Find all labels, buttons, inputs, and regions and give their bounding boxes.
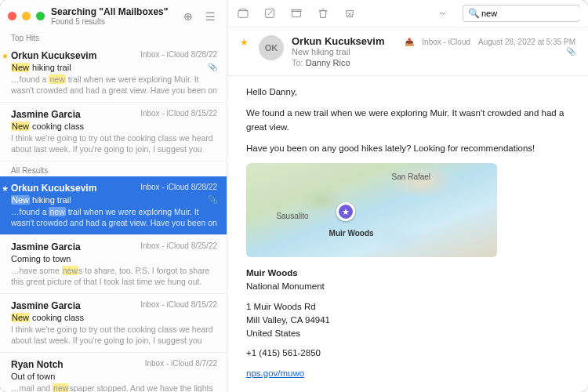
message-body: Hello Danny, We found a new trail when w… xyxy=(227,76,588,392)
more-actions-button[interactable] xyxy=(436,6,452,20)
section-all-results: All Results xyxy=(0,162,227,176)
row-subject: New hiking trail xyxy=(11,195,217,205)
row-subject: Coming to town xyxy=(11,254,217,263)
message-header: ★ OK Orkun Kucuksevim 📥 Inbox - iCloud A… xyxy=(227,27,588,76)
row-subject: New cooking class xyxy=(11,313,217,322)
message-row[interactable]: Jasmine GarciaInbox - iCloud 8/15/22New … xyxy=(0,294,227,353)
message-row[interactable]: Jasmine GarciaInbox - iCloud 8/15/22New … xyxy=(0,103,227,162)
new-filter-button[interactable]: ⊕ xyxy=(180,9,196,24)
message-row[interactable]: ★Orkun KucuksevimInbox - iCloud 8/28/22📎… xyxy=(0,44,227,103)
filter-button[interactable]: ☰ xyxy=(202,9,219,24)
inbox-icon: 📥 xyxy=(405,38,414,46)
body-paragraph: Hello Danny, xyxy=(246,85,569,99)
search-input[interactable] xyxy=(480,7,588,20)
row-sender: Jasmine Garcia xyxy=(11,300,81,311)
poi-address: 1 Muir Woods Rd Mill Valley, CA 94941 Un… xyxy=(246,300,569,341)
map-preview[interactable]: Sausalito San Rafael ★ Muir Woods xyxy=(246,163,497,257)
search-icon: 🔍 xyxy=(468,8,480,19)
message-folder: Inbox - iCloud xyxy=(422,38,470,46)
row-subject: New cooking class xyxy=(11,122,217,131)
row-preview: …have some news to share, too. P.S. I fo… xyxy=(11,265,217,287)
attachment-icon: 📎 xyxy=(208,195,217,204)
row-sender: Ryan Notch xyxy=(11,359,64,370)
row-subject: Out of town xyxy=(11,372,217,381)
row-preview: I think we're going to try out the cooki… xyxy=(11,324,217,346)
row-subject: New hiking trail xyxy=(11,63,217,72)
message-row[interactable]: Jasmine GarciaInbox - iCloud 8/25/22Comi… xyxy=(0,235,227,294)
window-title: Searching "All Mailboxes" xyxy=(51,6,174,17)
archive-button[interactable] xyxy=(235,6,251,20)
poi-phone: +1 (415) 561-2850 xyxy=(246,347,569,360)
titlebar: Searching "All Mailboxes" Found 5 result… xyxy=(0,0,227,29)
message-row[interactable]: Ryan NotchInbox - iCloud 8/7/22Out of to… xyxy=(0,353,227,392)
window-controls xyxy=(8,12,45,20)
row-preview: …found a new trail when we were explorin… xyxy=(11,74,217,96)
body-paragraph: Have you been on any good hikes lately? … xyxy=(246,142,569,155)
reader-toolbar: 🔍 ✕ xyxy=(227,0,588,27)
row-sender: Orkun Kucuksevim xyxy=(11,183,96,194)
junk-button[interactable] xyxy=(342,6,358,20)
svg-rect-0 xyxy=(238,11,248,18)
message-list-pane: Searching "All Mailboxes" Found 5 result… xyxy=(0,0,227,392)
compose-button[interactable] xyxy=(262,6,278,20)
message-recipients: To: Danny Rico xyxy=(292,58,575,67)
minimize-window-button[interactable] xyxy=(22,12,31,20)
message-date: August 28, 2022 at 5:35 PM xyxy=(478,38,575,46)
row-sender: Jasmine Garcia xyxy=(11,241,81,252)
row-meta: Inbox - iCloud 8/7/22 xyxy=(145,359,217,370)
map-city-label: Sausalito xyxy=(276,210,308,222)
body-paragraph: We found a new trail when we were explor… xyxy=(246,107,569,134)
avatar: OK xyxy=(259,35,284,60)
svg-rect-2 xyxy=(292,11,301,16)
row-preview: I think we're going to try out the cooki… xyxy=(11,132,217,154)
message-row[interactable]: ★Orkun KucuksevimInbox - iCloud 8/28/22📎… xyxy=(0,176,227,235)
row-meta: Inbox - iCloud 8/15/22 xyxy=(140,300,217,311)
poi-name: Muir Woods xyxy=(246,267,569,280)
row-meta: Inbox - iCloud 8/28/22 xyxy=(140,183,217,194)
section-top-hits: Top Hits xyxy=(0,29,227,44)
row-sender: Orkun Kucuksevim xyxy=(11,50,96,61)
attachment-icon: 📎 xyxy=(208,63,217,71)
zoom-window-button[interactable] xyxy=(36,12,45,20)
star-icon: ★ xyxy=(2,184,9,193)
flag-icon[interactable]: ★ xyxy=(240,35,251,67)
row-meta: Inbox - iCloud 8/28/22 xyxy=(140,50,217,61)
close-window-button[interactable] xyxy=(8,12,16,20)
message-sender: Orkun Kucuksevim xyxy=(292,35,385,47)
row-sender: Jasmine Garcia xyxy=(11,109,81,120)
svg-rect-3 xyxy=(292,9,301,11)
archive-box-button[interactable] xyxy=(289,6,304,20)
trash-button[interactable] xyxy=(315,6,331,20)
row-preview: …mail and newspaper stopped. And we have… xyxy=(11,383,217,392)
poi-subtitle: National Monument xyxy=(246,280,569,293)
row-meta: Inbox - iCloud 8/15/22 xyxy=(140,109,217,120)
poi-website-link[interactable]: nps.gov/muwo xyxy=(246,368,304,378)
map-pin-label: Muir Woods xyxy=(329,227,374,239)
window-title-block: Searching "All Mailboxes" Found 5 result… xyxy=(51,6,174,26)
search-field-container: 🔍 ✕ xyxy=(463,5,580,22)
reader-pane: 🔍 ✕ ★ OK Orkun Kucuksevim 📥 Inbox - iClo… xyxy=(227,0,588,392)
map-city-label: San Rafael xyxy=(392,171,430,183)
row-meta: Inbox - iCloud 8/25/22 xyxy=(140,241,217,252)
result-count: Found 5 results xyxy=(51,17,174,26)
map-pin-icon: ★ xyxy=(336,202,355,221)
star-icon: ★ xyxy=(2,52,9,60)
row-preview: …found a new trail when we were explorin… xyxy=(11,206,217,228)
